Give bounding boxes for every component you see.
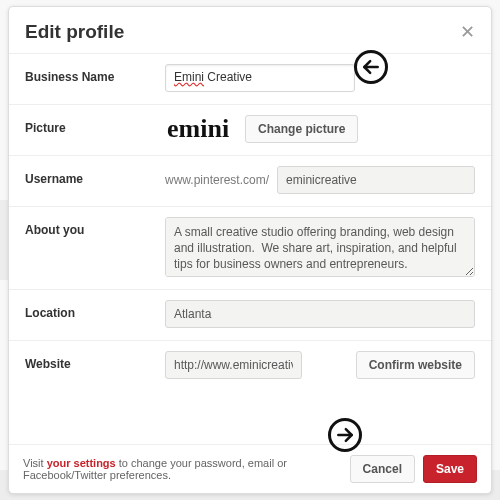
label-website: Website	[25, 351, 165, 371]
edit-profile-modal: Edit profile ✕ Business Name Emini Creat…	[8, 6, 492, 494]
row-website: Website Confirm website	[9, 340, 491, 391]
cancel-button[interactable]: Cancel	[350, 455, 415, 483]
profile-picture-preview: emini	[165, 116, 231, 142]
form-rows: Business Name Emini Creative Picture emi…	[9, 54, 491, 444]
close-icon[interactable]: ✕	[460, 23, 475, 41]
settings-link[interactable]: your settings	[47, 457, 116, 469]
confirm-website-button[interactable]: Confirm website	[356, 351, 475, 379]
label-business-name: Business Name	[25, 64, 165, 84]
footer-text: Visit your settings to change your passw…	[23, 457, 342, 481]
about-textarea[interactable]	[165, 217, 475, 277]
label-picture: Picture	[25, 115, 165, 135]
modal-footer: Visit your settings to change your passw…	[9, 444, 491, 493]
website-input[interactable]	[165, 351, 302, 379]
label-about: About you	[25, 217, 165, 277]
username-prefix: www.pinterest.com/	[165, 173, 269, 187]
username-input[interactable]	[277, 166, 475, 194]
row-about: About you	[9, 206, 491, 289]
row-location: Location	[9, 289, 491, 340]
row-business-name: Business Name Emini Creative	[9, 54, 491, 104]
modal-header: Edit profile ✕	[9, 7, 491, 53]
location-input[interactable]	[165, 300, 475, 328]
footer-pre: Visit	[23, 457, 47, 469]
modal-title: Edit profile	[25, 21, 124, 43]
label-username: Username	[25, 166, 165, 186]
row-picture: Picture emini Change picture	[9, 104, 491, 155]
save-button[interactable]: Save	[423, 455, 477, 483]
business-name-input[interactable]	[165, 64, 355, 92]
label-location: Location	[25, 300, 165, 320]
change-picture-button[interactable]: Change picture	[245, 115, 358, 143]
row-username: Username www.pinterest.com/	[9, 155, 491, 206]
